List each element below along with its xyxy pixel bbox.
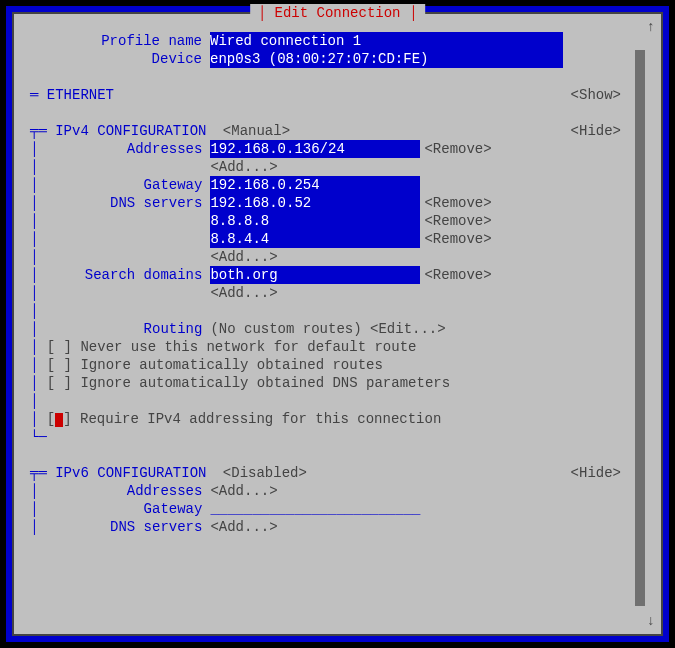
tree-line: │	[30, 482, 38, 500]
ipv4-dns3-input[interactable]: 8.8.4.4	[210, 230, 420, 248]
gateway-label: Gateway	[38, 176, 210, 194]
content-area: Profile name Wired connection 1 Device e…	[30, 32, 621, 624]
tree-marker: ╤═	[30, 123, 47, 139]
window-title: │ Edit Connection │	[250, 4, 426, 22]
tree-line: │	[30, 374, 47, 392]
tree-line: │	[30, 356, 47, 374]
tree-line: │	[30, 230, 38, 248]
add-address-button[interactable]: <Add...>	[210, 158, 277, 176]
tree-line: │	[30, 320, 38, 338]
checkbox-ignore-routes-label: Ignore automatically obtained routes	[80, 356, 382, 374]
checkbox-require-ipv4-label: Require IPv4 addressing for this connect…	[80, 410, 441, 428]
outer-frame: │ Edit Connection │ ↑ ↓ Profile name Wir…	[6, 6, 669, 642]
tree-line: │	[30, 500, 38, 518]
routing-label: Routing	[38, 320, 210, 338]
ipv4-dns1-input[interactable]: 192.168.0.52	[210, 194, 420, 212]
device-label: Device	[30, 50, 210, 68]
tree-end: └─	[30, 428, 47, 446]
tree-line: │	[30, 176, 38, 194]
tree-line: │	[30, 158, 38, 176]
ipv6-mode-select[interactable]: <Disabled>	[223, 465, 307, 481]
ethernet-show-button[interactable]: <Show>	[571, 86, 621, 104]
tree-line: │	[30, 410, 47, 428]
checkbox-default-route[interactable]: [ ]	[47, 338, 81, 356]
checkbox-require-ipv4[interactable]: []	[47, 410, 80, 428]
search-domains-label: Search domains	[38, 266, 210, 284]
checkbox-ignore-routes[interactable]: [ ]	[47, 356, 81, 374]
tree-line: │	[30, 338, 47, 356]
scroll-down-arrow[interactable]: ↓	[647, 612, 655, 630]
remove-dns1-button[interactable]: <Remove>	[420, 194, 491, 212]
tree-marker: ═	[30, 87, 38, 103]
remove-address-button[interactable]: <Remove>	[420, 140, 491, 158]
add-search-button[interactable]: <Add...>	[210, 284, 277, 302]
tree-line: │	[30, 266, 38, 284]
ipv4-address-input[interactable]: 192.168.0.136/24	[210, 140, 420, 158]
ipv4-section-label: IPv4 CONFIGURATION	[55, 123, 214, 139]
routing-edit-button[interactable]: (No custom routes) <Edit...>	[210, 320, 445, 338]
scroll-up-arrow[interactable]: ↑	[647, 18, 655, 36]
addresses-label: Addresses	[38, 140, 210, 158]
checkbox-default-route-label: Never use this network for default route	[80, 338, 416, 356]
ipv6-gateway-label: Gateway	[38, 500, 210, 518]
tree-line: │	[30, 518, 38, 536]
remove-dns2-button[interactable]: <Remove>	[420, 212, 491, 230]
ipv4-dns2-input[interactable]: 8.8.8.8	[210, 212, 420, 230]
tree-marker: ╤═	[30, 465, 47, 481]
profile-name-input[interactable]: Wired connection 1	[210, 32, 563, 50]
tree-line: │	[30, 284, 38, 302]
profile-name-label: Profile name	[30, 32, 210, 50]
cursor	[55, 413, 63, 427]
ipv4-hide-button[interactable]: <Hide>	[571, 122, 621, 140]
device-input[interactable]: enp0s3 (08:00:27:07:CD:FE)	[210, 50, 563, 68]
tree-line: │	[30, 140, 38, 158]
ipv6-section-label: IPv6 CONFIGURATION	[55, 465, 214, 481]
remove-search-button[interactable]: <Remove>	[420, 266, 491, 284]
ipv6-add-dns-button[interactable]: <Add...>	[210, 518, 277, 536]
ipv6-addresses-label: Addresses	[38, 482, 210, 500]
ipv6-dns-label: DNS servers	[38, 518, 210, 536]
ipv6-gateway-input[interactable]: _________________________	[210, 500, 420, 518]
checkbox-ignore-dns[interactable]: [ ]	[47, 374, 81, 392]
add-dns-button[interactable]: <Add...>	[210, 248, 277, 266]
remove-dns3-button[interactable]: <Remove>	[420, 230, 491, 248]
window: │ Edit Connection │ ↑ ↓ Profile name Wir…	[12, 12, 663, 636]
checkbox-ignore-dns-label: Ignore automatically obtained DNS parame…	[80, 374, 450, 392]
tree-line: │	[30, 392, 38, 410]
tree-line: │	[30, 194, 38, 212]
ipv4-search-input[interactable]: both.org	[210, 266, 420, 284]
tree-line: │	[30, 248, 38, 266]
ipv4-mode-select[interactable]: <Manual>	[223, 123, 290, 139]
ethernet-section-label: ETHERNET	[47, 87, 122, 103]
tree-line: │	[30, 302, 38, 320]
ipv6-add-address-button[interactable]: <Add...>	[210, 482, 277, 500]
ipv4-gateway-input[interactable]: 192.168.0.254	[210, 176, 420, 194]
dns-servers-label: DNS servers	[38, 194, 210, 212]
ipv6-hide-button[interactable]: <Hide>	[571, 464, 621, 482]
tree-line: │	[30, 212, 38, 230]
scrollbar[interactable]	[635, 50, 645, 606]
